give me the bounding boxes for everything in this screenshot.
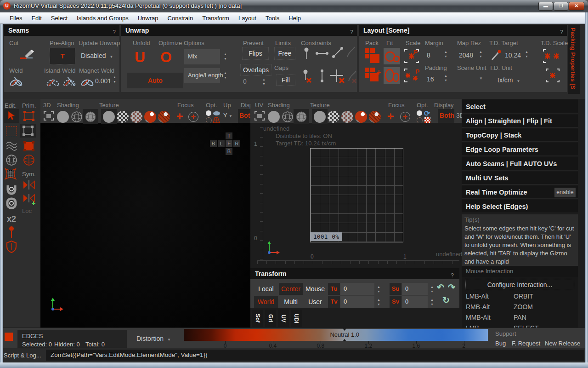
margin-spinner[interactable]: ▲▼ bbox=[444, 50, 447, 58]
red-checker-icon[interactable] bbox=[424, 117, 430, 123]
distortion-dropdown[interactable]: Distortion ▼ bbox=[136, 335, 171, 342]
pivot-mouse-button[interactable]: Mouse bbox=[303, 283, 327, 295]
magnet-weld-spinner[interactable]: ▲▼ bbox=[113, 75, 116, 83]
td-scale-icon[interactable] bbox=[542, 48, 562, 64]
shading-shaded-wire-icon[interactable] bbox=[85, 111, 96, 123]
mode-color-swatch[interactable] bbox=[5, 333, 13, 341]
sphere-deform-tool[interactable] bbox=[4, 153, 19, 167]
padding-value[interactable]: 16 bbox=[427, 75, 434, 83]
dotted-sphere-icon[interactable] bbox=[206, 117, 212, 123]
tab-udim[interactable]: UDI bbox=[291, 310, 302, 327]
clamp-open-tool[interactable] bbox=[4, 183, 19, 196]
texture-image-icon[interactable] bbox=[355, 111, 367, 123]
free-button[interactable]: Free bbox=[274, 47, 295, 60]
viewcube-left[interactable]: L bbox=[218, 140, 225, 147]
texture-none-icon[interactable] bbox=[103, 111, 115, 123]
method-select[interactable]: Angle/Length bbox=[184, 68, 220, 83]
section-edge-loop-parameters[interactable]: Edge Loop Parameters bbox=[462, 143, 578, 156]
prim-rect-outline-tool[interactable] bbox=[21, 109, 37, 123]
seams-panel-header[interactable]: Seams? bbox=[4, 25, 119, 36]
fill-button[interactable]: Fill bbox=[276, 75, 295, 86]
fit-ovals-icon[interactable] bbox=[384, 67, 400, 84]
texture-grid-icon[interactable] bbox=[130, 111, 142, 123]
cage-icon[interactable] bbox=[213, 117, 220, 123]
hook-remove-icon[interactable] bbox=[347, 68, 359, 85]
overlaps-value[interactable]: 0 bbox=[243, 78, 247, 85]
maximize-button[interactable]: ❐ bbox=[554, 2, 568, 11]
pin-constraint-icon[interactable] bbox=[300, 46, 313, 61]
td-target-value[interactable]: 10.24 bbox=[505, 52, 521, 59]
map-rez-spinner[interactable]: ▲▼ bbox=[479, 50, 482, 58]
pack-button-icon[interactable] bbox=[364, 48, 380, 63]
magnet-weld-icon[interactable] bbox=[80, 74, 95, 88]
menu-islands-and-groups[interactable]: Islands and Groups bbox=[73, 14, 133, 23]
auto-button[interactable]: Auto bbox=[127, 73, 183, 88]
menu-tools[interactable]: Tools bbox=[261, 14, 283, 23]
focus-selection-icon[interactable]: ✛ bbox=[176, 112, 183, 122]
section-multi-uv-sets[interactable]: Multi UV Sets bbox=[462, 172, 578, 185]
mix-spinner[interactable]: ▲▼ bbox=[224, 52, 227, 60]
unfold-button[interactable]: U bbox=[135, 50, 145, 64]
sync-icon[interactable]: ⟳ bbox=[424, 109, 430, 118]
menu-transform[interactable]: Transform bbox=[198, 14, 233, 23]
tab-soft[interactable]: Sof bbox=[252, 310, 263, 327]
double-tool[interactable]: x2 bbox=[4, 212, 19, 226]
prim-sphere-tool[interactable] bbox=[21, 153, 37, 167]
flips-button[interactable]: Flips bbox=[242, 47, 269, 60]
island-weld-icon[interactable] bbox=[45, 74, 61, 88]
rotate-icon[interactable]: ↻ bbox=[442, 295, 450, 305]
texture-image-wire-icon[interactable] bbox=[158, 111, 170, 123]
viewcube-bottom[interactable]: B bbox=[226, 148, 232, 155]
clamp-closed-tool[interactable] bbox=[4, 196, 19, 210]
viewcube-top[interactable]: T bbox=[226, 132, 232, 139]
pivot-multi-button[interactable]: Multi bbox=[279, 296, 303, 308]
island-weld-alt-icon[interactable] bbox=[62, 74, 77, 88]
maximize-view-icon[interactable] bbox=[254, 111, 265, 121]
symmetry-local-tool[interactable] bbox=[21, 193, 37, 207]
weld-scissors-icon[interactable] bbox=[8, 74, 24, 88]
edge-constraint-icon[interactable] bbox=[315, 46, 329, 61]
map-rez-value[interactable]: 2048 bbox=[459, 52, 473, 59]
cut-knife-icon[interactable] bbox=[17, 49, 36, 62]
up-axis-dropdown[interactable]: Y ▼ bbox=[223, 112, 232, 119]
menu-select[interactable]: Select bbox=[47, 14, 72, 23]
redo-icon[interactable]: ↷ bbox=[448, 282, 455, 293]
mix-select[interactable]: Mix bbox=[184, 49, 220, 64]
viewcube-back[interactable]: B bbox=[210, 140, 217, 147]
su-chip[interactable]: Su bbox=[390, 283, 401, 295]
sv-input[interactable]: 0 bbox=[402, 296, 428, 308]
pivot-user-button[interactable]: User bbox=[303, 296, 327, 308]
viewport-3d[interactable]: 3D Shading Texture Focus Opt. Up Display… bbox=[40, 99, 250, 328]
td-scale-alt-icon[interactable] bbox=[544, 67, 561, 84]
tab-grid[interactable]: Gri bbox=[265, 310, 276, 327]
menu-edit[interactable]: Edit bbox=[27, 14, 45, 23]
texture-checker-icon[interactable] bbox=[328, 111, 339, 123]
section-help-select-edges[interactable]: Help Select (Edges) bbox=[462, 200, 578, 213]
scale-pack-alt-icon[interactable]: P bbox=[403, 67, 420, 84]
section-topocopy-stack[interactable]: TopoCopy | Stack bbox=[462, 129, 578, 142]
texture-grid-icon[interactable] bbox=[341, 111, 353, 123]
tu-input[interactable]: 0 bbox=[340, 283, 374, 295]
pre-align-button[interactable]: T bbox=[50, 48, 75, 64]
light-icon[interactable] bbox=[206, 110, 211, 116]
menu-files[interactable]: Files bbox=[6, 14, 26, 23]
space-local-button[interactable]: Local bbox=[254, 283, 278, 295]
menu-help[interactable]: Help bbox=[284, 14, 305, 23]
tab-uv[interactable]: UV bbox=[278, 310, 289, 327]
light-icon[interactable] bbox=[417, 110, 422, 116]
pin-remove-icon[interactable] bbox=[300, 68, 314, 85]
magnet-weld-value[interactable]: 0.001 bbox=[95, 77, 111, 85]
tv-spinner[interactable]: ▲▼ bbox=[377, 298, 380, 306]
pin-tool[interactable] bbox=[4, 226, 19, 240]
menu-constrain[interactable]: Constrain bbox=[164, 14, 198, 23]
configure-interaction-button[interactable]: Configure Interaction... bbox=[465, 279, 574, 290]
focus-all-icon[interactable]: ✛ bbox=[188, 112, 198, 122]
menu-layout[interactable]: Layout bbox=[234, 14, 260, 23]
dotted-sphere-icon[interactable] bbox=[417, 117, 423, 123]
su-input[interactable]: 0 bbox=[402, 283, 428, 295]
margin-value[interactable]: 8 bbox=[427, 52, 430, 59]
viewcube-front[interactable]: F bbox=[226, 140, 232, 147]
su-spinner[interactable]: ▲▼ bbox=[430, 285, 434, 293]
prim-rect-tool[interactable] bbox=[20, 124, 36, 138]
maximize-view-icon[interactable] bbox=[43, 111, 54, 121]
